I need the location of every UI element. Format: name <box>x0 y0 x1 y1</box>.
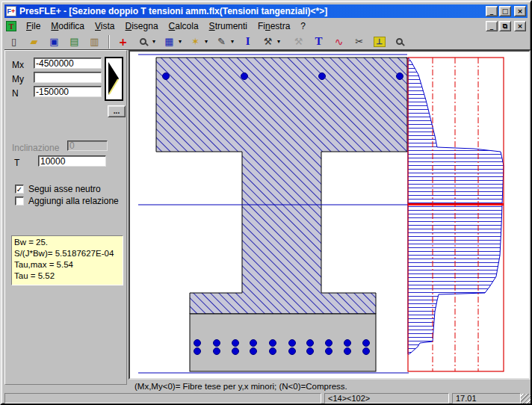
axes-origin-button[interactable]: + <box>115 34 131 49</box>
menu-disegna[interactable]: Disegna <box>120 19 164 33</box>
hint-bar: (Mx,My<0)= Fibre tese per y,x minori; (N… <box>129 380 531 393</box>
zoom-button[interactable] <box>135 34 151 49</box>
rebar-dot <box>326 348 332 355</box>
result-sjbw: S/(J*Bw)= 5.5187627E-04 <box>14 248 120 259</box>
menu-bar: T File Modifica Vista Disegna Calcola St… <box>4 19 528 34</box>
hammer-icon: ⚒ <box>294 37 303 46</box>
mx-input[interactable] <box>34 58 102 69</box>
t-section-button[interactable]: T <box>311 34 327 49</box>
rebar-dot <box>326 340 332 347</box>
rebar-dot <box>270 340 276 347</box>
app-icon: F+ <box>6 6 16 16</box>
save-button[interactable]: ▣ <box>46 34 62 49</box>
mdi-minimize-button[interactable]: _ <box>486 21 498 31</box>
dropdown-arrow-icon[interactable]: ▾ <box>205 38 208 45</box>
rebar-dot <box>344 340 351 347</box>
tools-button[interactable]: ⚒ <box>260 34 276 49</box>
mdi-child-icon[interactable]: T <box>6 21 16 31</box>
menu-finestra[interactable]: Finestra <box>253 19 295 33</box>
mdi-restore-button[interactable]: ⧉ <box>499 21 511 31</box>
beam-section-button[interactable]: I <box>240 34 256 49</box>
rebar-dot <box>289 348 296 355</box>
menu-strumenti[interactable]: Strumenti <box>204 19 253 33</box>
n-input[interactable] <box>34 86 102 97</box>
menu-modifica[interactable]: Modifica <box>46 19 90 33</box>
dropdown-arrow-icon[interactable]: ▾ <box>152 38 155 45</box>
mdi-close-button[interactable]: × <box>514 21 526 31</box>
dropdown-arrow-icon[interactable]: ▾ <box>277 38 280 45</box>
section-display-button[interactable]: ▦ <box>161 34 177 49</box>
close-button[interactable]: × <box>514 6 526 16</box>
follow-neutral-axis-checkbox[interactable]: ✓ Segui asse neutro <box>15 184 101 194</box>
menu-help[interactable]: ? <box>295 19 311 33</box>
dropdown-arrow-icon[interactable]: ▾ <box>179 38 182 45</box>
menu-vista[interactable]: Vista <box>90 19 120 33</box>
rebar-dot <box>214 340 220 347</box>
stress-diagram-button[interactable]: ∿ <box>331 34 347 49</box>
section-shape <box>156 58 407 314</box>
maximize-button[interactable]: □ <box>499 6 511 16</box>
status-panel-main <box>4 393 321 404</box>
report-document-icon: ▤ <box>69 37 78 46</box>
rebar-dot <box>307 348 314 355</box>
append-report-label: Aggiungi alla relazione <box>28 196 119 206</box>
find-button[interactable] <box>392 34 407 49</box>
inclinazione-label: Inclinazione <box>12 143 59 153</box>
section-drawing <box>130 52 529 378</box>
rebar-dot <box>363 340 370 347</box>
t-support-icon: T <box>315 36 323 47</box>
rebar-dot <box>397 73 403 80</box>
draw-pencil-button[interactable]: ✎ <box>214 34 229 49</box>
rebar-dot <box>319 73 326 80</box>
follow-neutral-axis-label: Segui asse neutro <box>28 184 101 194</box>
rebar-dot <box>289 340 296 347</box>
minimize-button[interactable]: _ <box>486 6 498 16</box>
section-drawing-canvas[interactable] <box>129 50 531 380</box>
new-document-button[interactable]: ▯ <box>6 34 22 49</box>
dropdown-arrow-icon[interactable]: ▾ <box>231 38 234 45</box>
app-window: F+ PresFLE+ - [Sezione doppio T tensioni… <box>0 0 532 405</box>
report-button[interactable]: ▤ <box>66 34 82 49</box>
rebar-dot <box>194 340 201 347</box>
highlight-button[interactable]: ⊥ <box>371 34 387 49</box>
status-panel-value: 17.01 <box>452 393 521 404</box>
i-beam-icon: I <box>246 36 250 47</box>
rebar-dot <box>270 348 276 355</box>
rebar-dot <box>241 73 248 80</box>
mdi-client-area: Mx My N ... Inclinazione T ✓ Segui asse … <box>4 49 531 392</box>
checkbox-checked-icon[interactable]: ✓ <box>15 185 24 194</box>
calculate-arrow-button[interactable] <box>105 57 123 101</box>
inclinazione-input <box>67 140 108 151</box>
rebar-dot <box>307 340 314 347</box>
checkbox-unchecked-icon[interactable] <box>15 197 24 205</box>
open-file-button[interactable]: ▰ <box>26 34 42 49</box>
toolbar: ▯ ▰ ▣ ▤ ▥ + ▾ ▦ ▾ ✶ ▾ ✎ ▾ I ⚒ ▾ ⚒ T ∿ ✂ … <box>4 34 528 49</box>
scissors-icon: ✂ <box>355 37 363 46</box>
more-options-button[interactable]: ... <box>108 105 126 117</box>
curve-diagram-icon: ∿ <box>335 37 344 47</box>
axes-cross-icon: + <box>119 37 128 47</box>
result-bw: Bw = 25. <box>14 237 120 248</box>
rebar-dot <box>232 340 239 347</box>
my-input[interactable] <box>34 72 102 83</box>
toolbar-separator <box>108 35 110 49</box>
wizard-button[interactable]: ✶ <box>188 34 203 49</box>
result-tau: Tau = 5.52 <box>14 270 120 282</box>
results-box: Bw = 25. S/(J*Bw)= 5.5187627E-04 Tau,max… <box>11 235 123 285</box>
append-report-checkbox[interactable]: Aggiungi alla relazione <box>15 196 119 206</box>
status-panel-counter: <14><102> <box>324 393 449 404</box>
rebar-dot <box>232 348 239 355</box>
menu-file[interactable]: File <box>21 19 46 33</box>
status-bar: <14><102> 17.01 <box>4 393 531 404</box>
resize-grip[interactable] <box>521 394 531 404</box>
magnifier-icon <box>140 38 146 45</box>
menu-calcola[interactable]: Calcola <box>164 19 204 33</box>
right-arrow-icon <box>106 58 122 99</box>
rebar-dot <box>363 348 370 355</box>
rebar-dot <box>250 348 257 355</box>
shear-stress-profile <box>408 58 504 354</box>
t-input[interactable] <box>38 155 106 167</box>
paste-button[interactable]: ▥ <box>87 34 102 49</box>
cut-button[interactable]: ✂ <box>351 34 367 49</box>
section-display-icon: ▦ <box>164 37 173 46</box>
